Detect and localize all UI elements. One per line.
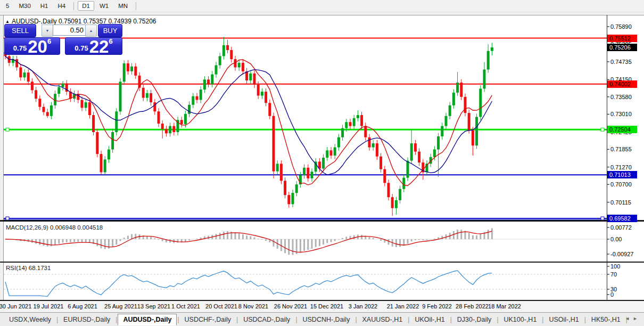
chevron-up-icon: ▲: [89, 29, 93, 32]
price-axis-tick: 0: [610, 291, 614, 298]
trading-terminal-window: 5M30H1H4D1W1MN ▲AUDUSD-,Daily 0.75091 0.…: [0, 0, 644, 326]
chart-tab-usdcad-daily[interactable]: USDCAD-,Daily: [238, 314, 295, 325]
chart-tab-uk100-h1[interactable]: UK100-,H1: [499, 314, 542, 325]
buy-price-point: 6: [109, 37, 112, 45]
chart-left-border: [3, 15, 4, 301]
price-axis-tick: 0.73010: [610, 111, 632, 117]
symbol-arrow-icon: ▲: [5, 19, 10, 24]
buy-price-display[interactable]: 0.75226: [65, 37, 122, 55]
main-price-panel: [4, 37, 607, 220]
chart-tab-usdchf-daily[interactable]: USDCHF-,Daily: [180, 314, 236, 325]
price-axis-tick: 0.00772: [610, 224, 632, 231]
chart-tab-usdcnh-daily[interactable]: USDCNH-,Daily: [298, 314, 355, 325]
chart-tab-ukoil-h1[interactable]: UKOil-,H1: [410, 314, 449, 325]
macd-histogram: [5, 228, 492, 255]
sell-price-point: 6: [47, 37, 51, 45]
buy-price-pips: 22: [89, 39, 109, 54]
sell-price-pips: 20: [28, 39, 47, 54]
chart-tab-audusd-daily[interactable]: AUDUSD-,Daily: [118, 314, 177, 325]
tab-scroll-arrows: ◄►: [625, 316, 641, 321]
level-price-label: 0.72504: [607, 126, 637, 133]
price-axis-tick: -0.00927: [610, 251, 633, 257]
current-price-label: 0.75206: [607, 44, 637, 51]
rsi-indicator-label: RSI(14) 68.1731: [6, 265, 51, 271]
chart-tab-bar: USDX,Weekly|EURUSD-,Daily|AUDUSD-,Daily|…: [0, 312, 644, 326]
macd-signal-value: 0.004518: [77, 224, 103, 231]
chart-bottom-border: [0, 300, 644, 301]
price-axis-tick: 0.73580: [610, 94, 632, 100]
macd-indicator-label: MACD(12,26,9) 0.006948 0.004518: [6, 224, 103, 231]
chart-tab-hk50-h1[interactable]: HK50-,H1: [587, 314, 625, 325]
tab-scroll-right-icon[interactable]: ►: [633, 316, 641, 321]
price-axis-tick: 0.71855: [610, 146, 632, 152]
price-axis-tick: 0.70115: [610, 199, 631, 206]
macd-panel: [4, 228, 607, 255]
one-click-trading-panel: SELL ▼ ▲ BUY 0.75206 0.75226: [4, 24, 121, 53]
price-axis-tick: 100: [610, 263, 620, 270]
chart-tab-usdx-weekly[interactable]: USDX,Weekly: [4, 314, 56, 325]
main-macd-panel-divider[interactable]: [0, 220, 644, 222]
price-axis-tick: 0.71270: [610, 164, 632, 170]
volume-decrease-button[interactable]: ▼: [42, 25, 53, 37]
date-axis-label: 6 Aug 2021: [61, 303, 104, 309]
price-axis-tick: 70: [610, 271, 617, 278]
price-axis-tick: 0.00: [610, 236, 622, 242]
chart-top-border: [0, 15, 644, 15]
macd-main-value: 0.006948: [50, 224, 76, 231]
tab-scroll-left-icon[interactable]: ◄: [625, 316, 633, 321]
chart-tab-eurusd-daily[interactable]: EURUSD-,Daily: [59, 314, 115, 325]
price-axis-line: [607, 15, 607, 301]
date-axis-label: 18 Mar 2022: [483, 303, 526, 309]
ohlc-close: 0.75206: [133, 18, 156, 25]
chart-tab-dj30-daily[interactable]: DJ30-,Daily: [452, 314, 497, 325]
price-axis-tick: 0.74735: [610, 59, 632, 65]
level-price-label: 0.71013: [607, 171, 637, 178]
level-price-label: 0.75512: [607, 35, 637, 42]
rsi-value: 68.1731: [29, 265, 51, 271]
date-axis-label: 8 Nov 2021: [232, 303, 275, 309]
sell-price-prefix: 0.75: [13, 45, 27, 52]
volume-increase-button[interactable]: ▲: [85, 25, 97, 37]
chart-tab-usoil-h1[interactable]: USOil-,H1: [544, 314, 583, 325]
sell-price-display[interactable]: 0.75206: [4, 37, 60, 55]
sell-button[interactable]: SELL: [4, 24, 36, 37]
date-axis-label: 3 Jan 2022: [342, 303, 384, 309]
chevron-down-icon: ▼: [46, 29, 49, 32]
candlesticks: [4, 37, 493, 216]
buy-button[interactable]: BUY: [98, 24, 122, 37]
price-axis-tick: 0.70700: [610, 181, 632, 188]
level-price-label: 0.74002: [607, 80, 637, 88]
rsi-panel: [4, 271, 607, 297]
level-price-label: 0.69582: [607, 215, 637, 222]
chart-tab-xauusd-h1[interactable]: XAUUSD-,H1: [358, 314, 408, 325]
price-axis-tick: 0.75890: [610, 23, 632, 30]
buy-price-prefix: 0.75: [75, 45, 88, 52]
volume-input[interactable]: [53, 25, 86, 36]
ma-fast-line: [5, 56, 492, 185]
macd-rsi-panel-divider[interactable]: [0, 262, 644, 263]
